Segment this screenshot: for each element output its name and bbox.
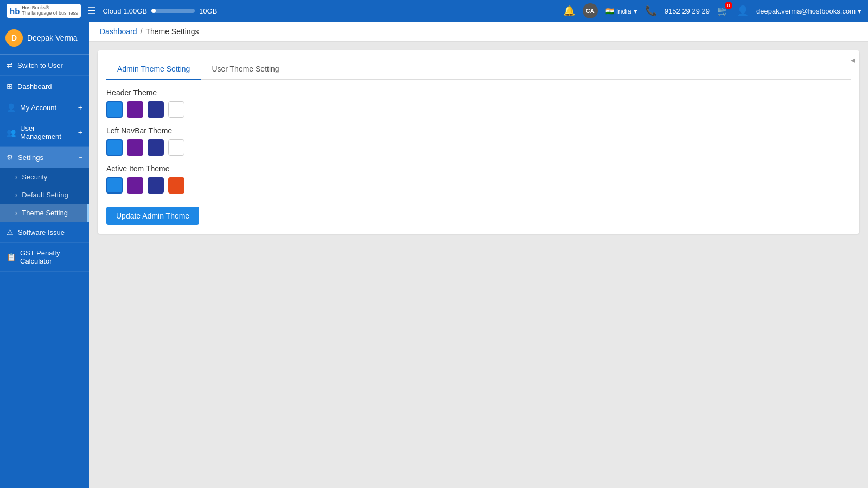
active-item-theme-label: Active Item Theme — [106, 164, 851, 173]
sidebar-switch-label: Switch to User — [17, 61, 82, 69]
software-issue-icon: ⚠ — [7, 228, 14, 236]
navbar-theme-label: Left NavBar Theme — [106, 126, 851, 135]
navbar-color-options — [106, 139, 851, 156]
chevron-right-icon-3: › — [15, 209, 17, 217]
sidebar-item-dashboard[interactable]: ⊞ Dashboard — [0, 76, 89, 97]
theme-card: ◂ Admin Theme Setting User Theme Setting… — [98, 50, 859, 234]
sidebar-gst-penalty-label: GST Penalty Calculator — [20, 249, 82, 265]
my-account-plus-icon: + — [78, 103, 82, 112]
sidebar-username: Deepak Verma — [27, 34, 78, 42]
sidebar-security-label: Security — [22, 173, 47, 181]
country-selector[interactable]: 🇮🇳 India ▾ — [605, 7, 637, 15]
user-email-menu[interactable]: deepak.verma@hostbooks.com ▾ — [756, 7, 861, 15]
hamburger-icon[interactable]: ☰ — [87, 5, 96, 17]
header-color-dark-blue[interactable] — [148, 101, 164, 118]
chevron-right-icon-2: › — [15, 191, 17, 199]
theme-tabs: Admin Theme Setting User Theme Setting — [106, 59, 851, 80]
chevron-down-icon: ▾ — [634, 7, 637, 15]
sidebar-theme-setting-label: Theme Setting — [22, 209, 68, 217]
main-content: Dashboard / Theme Settings ◂ Admin Theme… — [89, 22, 868, 488]
sidebar-item-my-account[interactable]: 👤 My Account + — [0, 97, 89, 118]
sidebar-default-setting-label: Default Setting — [22, 191, 68, 199]
settings-submenu: › Security › Default Setting › Theme Set… — [0, 168, 89, 222]
logo-letters: hb — [10, 7, 20, 16]
settings-icon: ⚙ — [7, 153, 14, 162]
ca-badge[interactable]: CA — [583, 3, 598, 18]
sidebar-software-issue-label: Software Issue — [18, 228, 82, 236]
active-color-purple[interactable] — [127, 177, 143, 194]
sidebar-settings-label: Settings — [18, 153, 75, 162]
cart-count: 0 — [725, 2, 732, 9]
active-color-dark-blue[interactable] — [148, 177, 164, 194]
active-color-blue[interactable] — [106, 177, 123, 194]
navbar-color-purple[interactable] — [127, 139, 143, 156]
header-theme-section: Header Theme — [106, 88, 851, 118]
header-color-white[interactable] — [168, 101, 184, 118]
sidebar-dashboard-label: Dashboard — [17, 82, 82, 91]
breadcrumb: Dashboard / Theme Settings — [89, 22, 868, 42]
sidebar-item-settings[interactable]: ⚙ Settings − — [0, 147, 89, 168]
avatar: D — [5, 29, 23, 47]
navbar-color-blue[interactable] — [106, 139, 123, 156]
sidebar-user-management-label: User Management — [20, 124, 74, 140]
dashboard-icon: ⊞ — [7, 82, 13, 91]
cart-icon[interactable]: 🛒 0 — [717, 5, 729, 17]
phone-icon: 📞 — [645, 5, 657, 17]
storage-fill — [151, 9, 156, 13]
navbar-color-dark-blue[interactable] — [148, 139, 164, 156]
breadcrumb-separator: / — [141, 27, 143, 36]
logo[interactable]: hb HostBooks® The language of business — [7, 4, 81, 18]
header-color-purple[interactable] — [127, 101, 143, 118]
header-color-options — [106, 101, 851, 118]
sidebar-item-software-issue[interactable]: ⚠ Software Issue — [0, 222, 89, 243]
storage-total-label: 10GB — [199, 7, 217, 15]
user-menu-chevron: ▾ — [858, 7, 861, 15]
sidebar-item-gst-penalty[interactable]: 📋 GST Penalty Calculator — [0, 243, 89, 272]
header-color-blue[interactable] — [106, 101, 123, 118]
header-theme-label: Header Theme — [106, 88, 851, 97]
storage-info: Cloud 1.00GB 10GB — [103, 7, 217, 15]
flag-icon: 🇮🇳 — [605, 7, 614, 15]
user-management-plus-icon: + — [78, 128, 82, 137]
switch-icon: ⇄ — [7, 61, 13, 69]
sidebar-item-security[interactable]: › Security — [0, 168, 89, 186]
gst-penalty-icon: 📋 — [7, 253, 16, 261]
update-admin-theme-button[interactable]: Update Admin Theme — [106, 207, 199, 225]
user-email-label: deepak.verma@hostbooks.com — [756, 7, 856, 15]
sidebar-item-default-setting[interactable]: › Default Setting — [0, 186, 89, 204]
tab-admin-theme[interactable]: Admin Theme Setting — [106, 59, 201, 80]
chevron-right-icon: › — [15, 173, 17, 181]
phone-number: 9152 29 29 29 — [665, 7, 710, 15]
tab-user-theme[interactable]: User Theme Setting — [201, 59, 290, 80]
sidebar-my-account-label: My Account — [20, 104, 74, 112]
storage-used-label: Cloud 1.00GB — [103, 7, 147, 15]
storage-bar — [151, 9, 195, 13]
navbar-color-white[interactable] — [168, 139, 184, 156]
logo-text: HostBooks® The language of business — [22, 5, 78, 16]
user-management-icon: 👥 — [7, 128, 16, 137]
breadcrumb-home[interactable]: Dashboard — [100, 27, 137, 36]
active-item-theme-section: Active Item Theme — [106, 164, 851, 194]
active-color-orange[interactable] — [168, 177, 184, 194]
account-icon: 👤 — [7, 103, 16, 112]
collapse-icon[interactable]: ◂ — [851, 55, 855, 65]
navbar-theme-section: Left NavBar Theme — [106, 126, 851, 156]
sidebar: D Deepak Verma ⇄ Switch to User ⊞ Dashbo… — [0, 22, 89, 488]
breadcrumb-current: Theme Settings — [145, 27, 199, 36]
notification-icon[interactable]: 🔔 — [563, 5, 575, 17]
country-label: India — [616, 7, 631, 15]
user-icon: 👤 — [737, 5, 749, 17]
sidebar-item-user-management[interactable]: 👥 User Management + — [0, 118, 89, 147]
settings-chevron-icon: − — [79, 154, 82, 160]
active-color-options — [106, 177, 851, 194]
topbar: hb HostBooks® The language of business ☰… — [0, 0, 868, 22]
content-area: ◂ Admin Theme Setting User Theme Setting… — [89, 42, 868, 242]
sidebar-user: D Deepak Verma — [0, 22, 89, 55]
sidebar-item-theme-setting[interactable]: › Theme Setting — [0, 204, 89, 222]
sidebar-item-switch-to-user[interactable]: ⇄ Switch to User — [0, 55, 89, 76]
